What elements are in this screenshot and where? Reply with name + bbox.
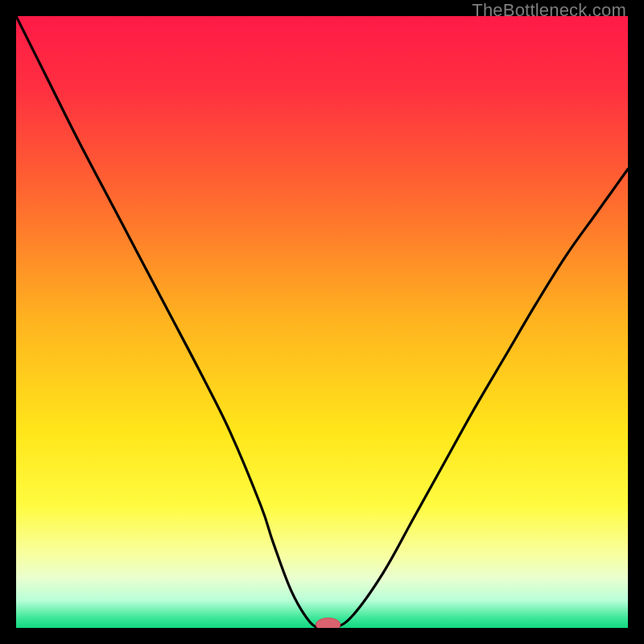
chart-frame: TheBottleneck.com [0,0,644,644]
gradient-background [16,16,628,628]
optimal-point-marker [316,618,340,628]
plot-area [16,16,628,628]
watermark-text: TheBottleneck.com [472,0,626,21]
chart-svg [16,16,628,628]
